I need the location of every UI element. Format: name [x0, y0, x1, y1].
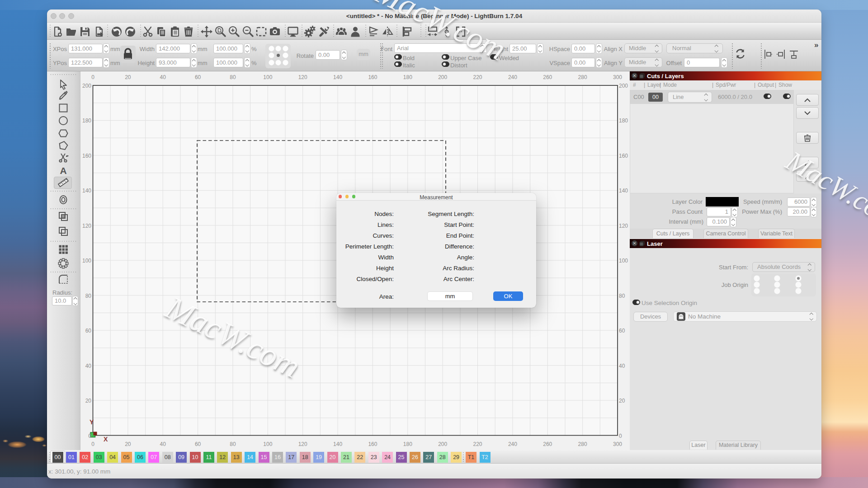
svg-text:A: A	[60, 165, 66, 176]
svg-text:X: X	[104, 436, 108, 443]
svg-text:Y: Y	[90, 418, 94, 426]
